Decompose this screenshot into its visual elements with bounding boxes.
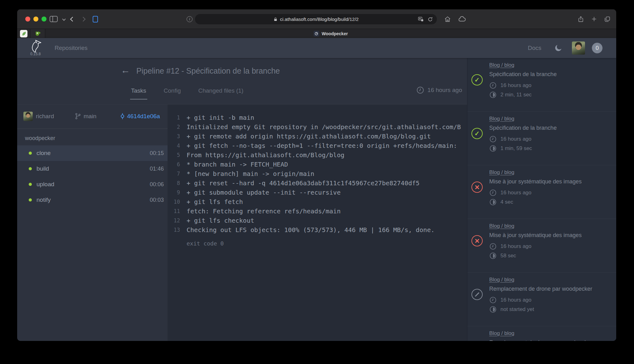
active-browser-tab[interactable]: Woodpecker	[45, 29, 616, 38]
theme-toggle[interactable]	[554, 44, 563, 52]
log-line-number: 1	[168, 113, 180, 122]
log-line: 4 + git fetch --no-tags --depth=1 --filt…	[168, 141, 467, 150]
step-label: build	[37, 165, 49, 172]
pipeline-step[interactable]: build 01:46	[17, 161, 168, 177]
tab-tasks[interactable]: Tasks	[130, 87, 147, 99]
pipeline-step[interactable]: notify 00:03	[17, 192, 168, 208]
repo-link[interactable]: Blog / blog	[489, 277, 514, 283]
home-button[interactable]	[444, 9, 451, 29]
share-icon[interactable]	[578, 16, 584, 23]
browser-toolbar: i ci.athaliasoft.com/Blog/blog/build/12/…	[17, 9, 616, 29]
repo-link[interactable]: Blog / blog	[489, 223, 514, 229]
duration-icon	[489, 198, 497, 206]
pipeline-message: Remplacement de drone par woodpecker	[489, 339, 613, 341]
address-bar[interactable]: ci.athaliasoft.com/Blog/blog/build/12/2	[195, 14, 437, 24]
forward-button[interactable]	[81, 9, 85, 29]
tab-title: Woodpecker	[322, 31, 348, 36]
pipeline-message: Spécification de la branche	[489, 125, 613, 131]
pipeline-status-icon: ×	[471, 182, 483, 193]
log-line-number: 12	[168, 216, 180, 225]
log-line-text: + git reset --hard -q 4614d1e06a3dabf311…	[187, 178, 420, 188]
back-button[interactable]	[71, 9, 74, 29]
app-header: 0.15.8 Repositories Docs 0	[17, 38, 616, 58]
app-version: 0.15.8	[30, 52, 41, 56]
step-status-dot	[29, 183, 32, 186]
pinned-tab-leaf[interactable]	[17, 29, 30, 38]
repo-link[interactable]: Blog / blog	[489, 169, 514, 175]
extension-button[interactable]	[93, 9, 98, 29]
log-line-text: From https://git.athaliasoft.com/Blog/bl…	[187, 150, 344, 160]
pipeline-created-text: 16 hours ago	[500, 190, 531, 196]
sidebar-toggle-button[interactable]	[50, 9, 58, 29]
pipeline-step[interactable]: clone 00:15	[17, 145, 168, 161]
commit-hash-link[interactable]: 4614d1e06a	[127, 113, 160, 120]
log-panel: 1 + git init -b main 2 Initialized empty…	[168, 104, 467, 341]
new-tab-icon[interactable]	[591, 16, 597, 22]
log-line-number: 13	[168, 225, 180, 235]
log-line: 1 + git init -b main	[168, 113, 467, 122]
chevron-down-icon	[62, 17, 66, 21]
pipeline-title: Pipeline #12 - Spécification de la branc…	[136, 66, 280, 75]
tab-changed-files[interactable]: Changed files (1)	[198, 87, 245, 99]
duration-icon	[489, 252, 497, 260]
zoom-window-button[interactable]	[41, 17, 46, 22]
user-avatar[interactable]	[572, 41, 585, 55]
tab-group-chevron[interactable]	[63, 9, 65, 29]
log-line: 7 * [new branch] main -> origin/main	[168, 169, 467, 178]
minimize-window-button[interactable]	[33, 17, 38, 22]
cloud-icon	[458, 15, 466, 23]
step-label: upload	[37, 181, 54, 188]
chevron-right-icon	[81, 17, 86, 22]
nav-docs[interactable]: Docs	[528, 38, 541, 58]
woodpecker-favicon	[314, 31, 319, 36]
tab-overview-icon[interactable]	[604, 16, 611, 22]
pipeline-list-item[interactable]: Blog / blog Remplacement de drone par wo…	[467, 326, 616, 341]
repo-link[interactable]: Blog / blog	[489, 62, 514, 68]
workflow-panel: richard main	[17, 104, 168, 341]
nav-repositories[interactable]: Repositories	[55, 38, 88, 58]
browser-window: i ci.athaliasoft.com/Blog/blog/build/12/…	[17, 9, 616, 341]
step-duration: 00:03	[150, 197, 164, 203]
commit-bar: richard main	[17, 104, 168, 129]
pipeline-list-item[interactable]: × Blog / blog Mise à jour systématique d…	[467, 219, 616, 273]
pipeline-message: Spécification de la branche	[489, 71, 613, 78]
log-line: 12 + git lfs checkout	[168, 216, 467, 225]
log-line-number: 7	[168, 169, 180, 178]
notification-badge[interactable]: 0	[592, 43, 602, 53]
close-window-button[interactable]	[25, 17, 30, 22]
pipeline-duration-row: 58 sec	[489, 252, 613, 260]
log-line-text: fetch: Fetching reference refs/heads/mai…	[187, 206, 341, 216]
translate-icon[interactable]	[418, 16, 424, 22]
leaf-icon	[20, 30, 27, 37]
page-info-button[interactable]: i	[187, 9, 193, 29]
repo-link[interactable]: Blog / blog	[489, 116, 514, 122]
pinned-tab-gitea[interactable]	[30, 29, 45, 38]
pipeline-step[interactable]: upload 00:06	[17, 177, 168, 192]
log-line-number: 8	[168, 178, 180, 188]
pipeline-created-text: 16 hours ago	[500, 297, 531, 303]
repo-link[interactable]: Blog / blog	[489, 330, 514, 336]
icloud-tabs-button[interactable]	[458, 9, 466, 29]
woodpecker-logo[interactable]	[29, 40, 43, 53]
pipeline-created-text: 16 hours ago	[500, 136, 531, 142]
pipeline-duration-text: 58 sec	[500, 253, 516, 259]
pipeline-list-item[interactable]: × Blog / blog Mise à jour systématique d…	[467, 165, 616, 219]
branch-name: main	[84, 113, 96, 120]
back-arrow-button[interactable]: ←	[121, 65, 130, 75]
log-line: 5 From https://git.athaliasoft.com/Blog/…	[168, 150, 467, 160]
log-line-text: + git init -b main	[187, 113, 254, 122]
info-icon: i	[187, 16, 193, 22]
log-line-number: 10	[168, 197, 180, 206]
log-line-text: Initialized empty Git repository in /woo…	[187, 122, 461, 132]
log-line: 11 fetch: Fetching reference refs/heads/…	[168, 206, 467, 216]
author-avatar	[23, 112, 33, 121]
log-line-number: 5	[168, 150, 180, 160]
tab-config[interactable]: Config	[163, 87, 182, 99]
log-line: 13 Checking out LFS objects: 100% (573/5…	[168, 225, 467, 235]
pipeline-list-item[interactable]: ✓ Blog / blog Spécification de la branch…	[467, 58, 616, 112]
pipeline-list-item[interactable]: ✓ Blog / blog Spécification de la branch…	[467, 112, 616, 165]
reload-icon[interactable]	[427, 17, 433, 22]
pipeline-duration-row: 1 min, 59 sec	[489, 145, 613, 152]
pipeline-list-item[interactable]: Blog / blog Remplacement de drone par wo…	[467, 273, 616, 326]
duration-icon	[489, 145, 497, 152]
